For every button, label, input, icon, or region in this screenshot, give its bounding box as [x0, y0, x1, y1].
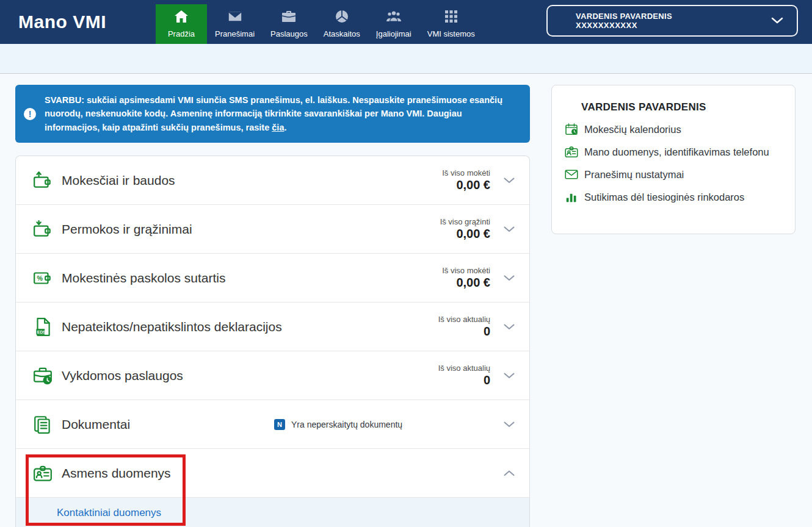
sidebar-item-mokesciu-kalendorius[interactable]: Mokesčių kalendorius [564, 122, 783, 137]
wallet-arrow-up-icon [32, 170, 53, 191]
sidebar-item-label: Sutikimas dėl tiesioginės rinkodaros [584, 192, 744, 203]
chevron-up-icon [504, 468, 515, 479]
sidebar-item-label: Mano duomenys, identifikavimas telefonu [584, 146, 769, 158]
nav-item-label: Įgaliojimai [376, 29, 411, 38]
nav-item-igaliojimai[interactable]: Įgaliojimai [368, 4, 419, 44]
wallet-percent-icon: % [32, 268, 53, 289]
accordion-row-dokumentai[interactable]: Dokumentai N Yra neperskaitytų dokumentų [16, 400, 529, 449]
nav-item-label: Paslaugos [270, 29, 308, 38]
nav-item-label: Pranešimai [215, 29, 255, 38]
row-meta: Iš viso mokėti 0,00 € [442, 168, 490, 192]
row-title: Dokumentai [62, 417, 130, 432]
meta-label: Iš viso grąžinti [440, 217, 490, 226]
row-title: Asmens duomenys [62, 466, 171, 481]
profile-card-title: VARDENIS PAVARDENIS [581, 101, 783, 113]
pie-chart-icon [336, 9, 348, 24]
sidebar-item-mano-duomenys[interactable]: Mano duomenys, identifikavimas telefonu [564, 145, 783, 159]
row-title: Permokos ir grąžinimai [62, 222, 192, 237]
user-identity: VARDENIS PAVARDENIS XXXXXXXXXXX [576, 12, 672, 30]
bar-chart-icon [564, 190, 579, 204]
grid-icon [445, 9, 457, 24]
user-account-dropdown[interactable]: VARDENIS PAVARDENIS XXXXXXXXXXX [546, 5, 798, 37]
briefcase-icon [282, 9, 295, 24]
unread-documents-indicator: N Yra neperskaitytų dokumentų [274, 419, 402, 430]
unread-documents-text: Yra neperskaitytų dokumentų [291, 420, 402, 429]
row-meta: Iš viso aktualių 0 [438, 315, 490, 339]
sidebar-item-tiesiogine-rinkodara[interactable]: Sutikimas dėl tiesioginės rinkodaros [564, 190, 783, 204]
fraud-warning-text: SVARBU: sukčiai apsimesdami VMI siunčia … [45, 93, 518, 134]
svg-text:%: % [37, 274, 43, 282]
chevron-down-icon [504, 321, 515, 332]
calendar-clock-icon [564, 122, 579, 137]
user-code: XXXXXXXXXXX [576, 21, 672, 30]
meta-label: Iš viso aktualių [438, 315, 490, 324]
row-meta: Iš viso mokėti 0,00 € [442, 266, 490, 290]
accordion-row-mokestines-paskolos-sutartis[interactable]: % Mokestinės paskolos sutartis Iš viso m… [16, 254, 529, 303]
chevron-down-icon [771, 15, 783, 26]
documents-icon [32, 414, 53, 435]
briefcase-clock-icon [32, 365, 53, 386]
home-icon [175, 9, 188, 24]
profile-quicklinks-card: VARDENIS PAVARDENIS Mokesčių kalendorius… [551, 85, 796, 234]
row-title: Mokesčiai ir baudos [62, 173, 175, 188]
accordion-row-mokesciai-ir-baudos[interactable]: Mokesčiai ir baudos Iš viso mokėti 0,00 … [16, 156, 529, 205]
envelope-outline-icon [564, 167, 579, 182]
dashboard-accordion: Mokesčiai ir baudos Iš viso mokėti 0,00 … [15, 156, 530, 527]
nav-item-label: Pradžia [168, 29, 195, 38]
people-icon [386, 9, 401, 24]
sidebar-item-label: Mokesčių kalendorius [584, 124, 681, 135]
accordion-row-permokos-ir-grazinimai[interactable]: Permokos ir grąžinimai Iš viso grąžinti … [16, 205, 529, 254]
meta-value: 0,00 € [442, 178, 490, 192]
row-title: Mokestinės paskolos sutartis [62, 271, 225, 285]
sidebar-item-pranesimu-nustatymai[interactable]: Pranešimų nustatymai [564, 167, 783, 182]
nav-item-paslaugos[interactable]: Paslaugos [263, 4, 316, 44]
main-column: ! SVARBU: sukčiai apsimesdami VMI siunči… [15, 85, 530, 527]
chevron-down-icon [504, 419, 515, 430]
top-navigation-bar: Mano VMI Pradžia Pranešimai Paslaugos [0, 0, 812, 44]
envelope-icon [228, 9, 242, 24]
nav-item-vmi-sistemos[interactable]: VMI sistemos [419, 4, 483, 44]
meta-value: 0,00 € [440, 227, 490, 241]
warning-more-info-link[interactable]: čia [272, 123, 284, 132]
warning-text-after: . [284, 123, 286, 132]
user-name: VARDENIS PAVARDENIS [576, 12, 672, 21]
nav-item-pranesimai[interactable]: Pranešimai [207, 4, 263, 44]
svg-text:EDS: EDS [37, 330, 46, 334]
chevron-down-icon [504, 273, 515, 284]
chevron-down-icon [504, 370, 515, 381]
meta-label: Iš viso mokėti [442, 168, 490, 177]
sidebar-column: VARDENIS PAVARDENIS Mokesčių kalendorius… [551, 85, 796, 234]
chevron-down-icon [504, 175, 515, 186]
nav-item-label: VMI sistemos [427, 29, 475, 38]
nav-item-label: Ataskaitos [324, 29, 360, 38]
accordion-row-asmens-duomenys[interactable]: Asmens duomenys [16, 449, 529, 498]
row-meta: Iš viso aktualių 0 [438, 364, 490, 387]
meta-value: 0 [438, 324, 490, 339]
asmens-duomenys-subsection: Kontaktiniai duomenys [16, 498, 529, 527]
nav-item-ataskaitos[interactable]: Ataskaitos [316, 4, 368, 44]
exclamation-icon: ! [24, 108, 36, 120]
row-title: Nepateiktos/nepatikslintos deklaracijos [62, 320, 282, 334]
id-card-icon [32, 463, 53, 484]
accordion-row-vykdomos-paslaugos[interactable]: Vykdomos paslaugos Iš viso aktualių 0 [16, 351, 529, 400]
document-eds-icon: EDS [32, 317, 53, 337]
kontaktiniai-duomenys-link[interactable]: Kontaktiniai duomenys [57, 507, 161, 519]
row-meta: Iš viso grąžinti 0,00 € [440, 217, 490, 241]
wallet-arrow-down-icon [32, 219, 53, 240]
content-area: ! SVARBU: sukčiai apsimesdami VMI siunči… [0, 74, 812, 527]
id-card-icon [564, 145, 579, 159]
main-nav: Pradžia Pranešimai Paslaugos Ataskaitos [156, 0, 483, 44]
fraud-warning-banner: ! SVARBU: sukčiai apsimesdami VMI siunči… [15, 85, 530, 143]
accordion-row-deklaracijos[interactable]: EDS Nepateiktos/nepatikslintos deklaraci… [16, 303, 529, 351]
meta-label: Iš viso aktualių [438, 364, 490, 373]
secondary-band [0, 44, 812, 74]
chevron-down-icon [504, 224, 515, 235]
nav-item-pradzia[interactable]: Pradžia [156, 4, 207, 44]
new-badge: N [274, 419, 285, 430]
sidebar-item-label: Pranešimų nustatymai [584, 169, 684, 181]
meta-label: Iš viso mokėti [442, 266, 490, 275]
mano-vmi-page: Mano VMI Pradžia Pranešimai Paslaugos [0, 0, 812, 527]
meta-value: 0 [438, 373, 490, 387]
app-logo[interactable]: Mano VMI [18, 12, 156, 32]
row-title: Vykdomos paslaugos [62, 368, 183, 383]
